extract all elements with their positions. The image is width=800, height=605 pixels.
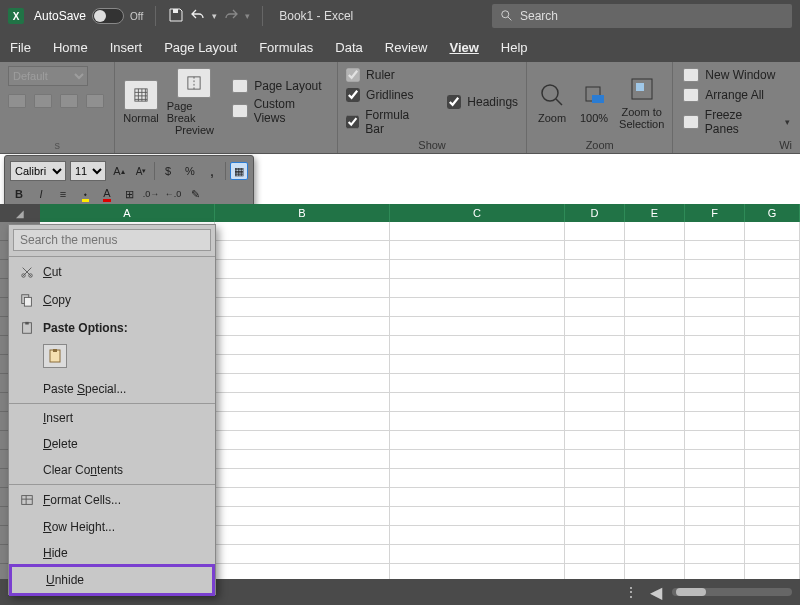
menu-row-height[interactable]: Row Height... bbox=[9, 514, 215, 540]
cell[interactable] bbox=[215, 450, 390, 469]
cell[interactable] bbox=[215, 279, 390, 298]
menu-copy[interactable]: Copy bbox=[9, 286, 215, 314]
cell[interactable] bbox=[745, 317, 800, 336]
tab-file[interactable]: File bbox=[10, 38, 31, 57]
cell[interactable] bbox=[745, 279, 800, 298]
cell[interactable] bbox=[745, 336, 800, 355]
menu-search-input[interactable] bbox=[13, 229, 211, 251]
col-header-F[interactable]: F bbox=[685, 204, 745, 222]
zoom-button[interactable]: Zoom bbox=[535, 80, 569, 124]
cell[interactable] bbox=[685, 507, 745, 526]
cell[interactable] bbox=[215, 298, 390, 317]
cell[interactable] bbox=[390, 526, 565, 545]
font-color-icon[interactable]: A bbox=[98, 185, 116, 203]
cell[interactable] bbox=[745, 431, 800, 450]
cell[interactable] bbox=[745, 412, 800, 431]
cell[interactable] bbox=[390, 222, 565, 241]
normal-view-button[interactable]: Normal bbox=[123, 80, 158, 124]
menu-paste-special[interactable]: Paste Special... bbox=[9, 376, 215, 402]
gridlines-checkbox[interactable]: Gridlines bbox=[346, 88, 427, 102]
col-header-A[interactable]: A bbox=[40, 204, 215, 222]
cell[interactable] bbox=[215, 526, 390, 545]
select-all-corner[interactable]: ◢ bbox=[0, 204, 40, 222]
cell[interactable] bbox=[390, 374, 565, 393]
menu-format-cells[interactable]: Format Cells... bbox=[9, 486, 215, 514]
ruler-checkbox[interactable]: Ruler bbox=[346, 68, 427, 82]
col-header-G[interactable]: G bbox=[745, 204, 800, 222]
scroll-left-icon[interactable]: ◀ bbox=[650, 583, 662, 602]
cell[interactable] bbox=[685, 412, 745, 431]
cell[interactable] bbox=[215, 545, 390, 564]
dropdown-icon[interactable]: ▾ bbox=[245, 11, 250, 21]
pagebreak-button[interactable]: Page Break Preview bbox=[167, 68, 222, 136]
cell[interactable] bbox=[745, 488, 800, 507]
search-box[interactable]: Search bbox=[492, 4, 792, 28]
cell[interactable] bbox=[685, 450, 745, 469]
formulabar-checkbox[interactable]: Formula Bar bbox=[346, 108, 427, 136]
cell[interactable] bbox=[685, 279, 745, 298]
cell[interactable] bbox=[625, 222, 685, 241]
tab-view[interactable]: View bbox=[449, 38, 478, 57]
cell[interactable] bbox=[565, 260, 625, 279]
cell[interactable] bbox=[745, 507, 800, 526]
cell[interactable] bbox=[625, 336, 685, 355]
cell[interactable] bbox=[625, 469, 685, 488]
cell[interactable] bbox=[745, 564, 800, 579]
tab-formulas[interactable]: Formulas bbox=[259, 38, 313, 57]
cell[interactable] bbox=[625, 279, 685, 298]
col-header-E[interactable]: E bbox=[625, 204, 685, 222]
cell[interactable] bbox=[565, 317, 625, 336]
menu-unhide[interactable]: Unhide bbox=[12, 567, 212, 593]
cell[interactable] bbox=[565, 450, 625, 469]
cell[interactable] bbox=[390, 317, 565, 336]
cell[interactable] bbox=[685, 488, 745, 507]
cell[interactable] bbox=[390, 488, 565, 507]
cell[interactable] bbox=[745, 355, 800, 374]
zoom-100-button[interactable]: 100% bbox=[577, 80, 611, 124]
view-shortcuts-icon[interactable]: ⋮ bbox=[624, 584, 640, 600]
cell[interactable] bbox=[745, 469, 800, 488]
undo-icon[interactable] bbox=[190, 7, 206, 26]
cell[interactable] bbox=[565, 507, 625, 526]
cell[interactable] bbox=[390, 298, 565, 317]
cell[interactable] bbox=[565, 279, 625, 298]
menu-paste-button[interactable] bbox=[9, 342, 215, 376]
cell[interactable] bbox=[390, 355, 565, 374]
cell[interactable] bbox=[685, 222, 745, 241]
increase-font-icon[interactable]: A▴ bbox=[110, 162, 128, 180]
dropdown-icon[interactable]: ▾ bbox=[212, 11, 217, 21]
tab-insert[interactable]: Insert bbox=[110, 38, 143, 57]
toggle-switch[interactable] bbox=[92, 8, 124, 24]
exit-icon[interactable] bbox=[34, 94, 52, 108]
cell[interactable] bbox=[625, 412, 685, 431]
horizontal-scrollbar[interactable] bbox=[672, 588, 792, 596]
cell[interactable] bbox=[565, 374, 625, 393]
cell[interactable] bbox=[625, 374, 685, 393]
cell[interactable] bbox=[390, 431, 565, 450]
cell[interactable] bbox=[390, 545, 565, 564]
cell[interactable] bbox=[625, 298, 685, 317]
new-window-button[interactable]: New Window bbox=[681, 67, 792, 83]
cell[interactable] bbox=[390, 336, 565, 355]
cell[interactable] bbox=[215, 336, 390, 355]
cell[interactable] bbox=[745, 222, 800, 241]
col-header-D[interactable]: D bbox=[565, 204, 625, 222]
tab-home[interactable]: Home bbox=[53, 38, 88, 57]
cell[interactable] bbox=[745, 298, 800, 317]
cell[interactable] bbox=[565, 298, 625, 317]
cell[interactable] bbox=[625, 241, 685, 260]
cell[interactable] bbox=[390, 393, 565, 412]
format-painter-icon[interactable]: ✎ bbox=[186, 185, 204, 203]
keep-icon[interactable] bbox=[8, 94, 26, 108]
cell[interactable] bbox=[625, 564, 685, 579]
percent-format-icon[interactable]: % bbox=[181, 162, 199, 180]
font-select[interactable]: Calibri bbox=[10, 161, 66, 181]
decrease-font-icon[interactable]: A▾ bbox=[132, 162, 150, 180]
cell[interactable] bbox=[565, 241, 625, 260]
cell[interactable] bbox=[685, 564, 745, 579]
cell[interactable] bbox=[565, 488, 625, 507]
cell[interactable] bbox=[390, 564, 565, 579]
cell[interactable] bbox=[625, 526, 685, 545]
col-header-C[interactable]: C bbox=[390, 204, 565, 222]
cell[interactable] bbox=[215, 355, 390, 374]
